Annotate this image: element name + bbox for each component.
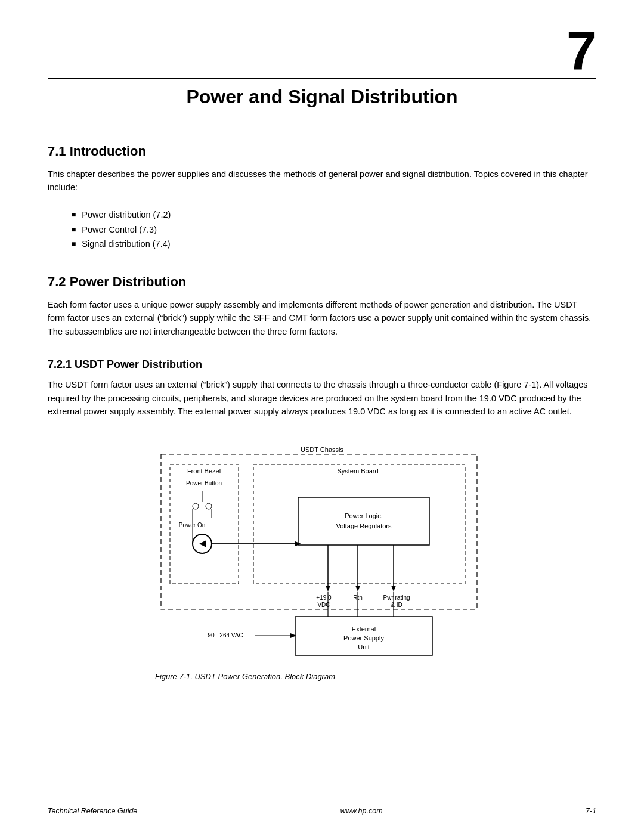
- voltage-regulators-label: Voltage Regulators: [336, 522, 392, 529]
- figure-caption: Figure 7-1. USDT Power Generation, Block…: [155, 672, 489, 681]
- power-button-label: Power Button: [186, 480, 222, 487]
- section-7-1-body: This chapter describes the power supplie…: [48, 168, 596, 194]
- footer-left: Technical Reference Guide: [48, 807, 137, 815]
- section-7-2-body: Each form factor uses a unique power sup…: [48, 298, 596, 338]
- page-footer: Technical Reference Guide www.hp.com 7-1: [48, 803, 596, 815]
- section-7-2-1-heading: 7.2.1 USDT Power Distribution: [48, 358, 596, 371]
- power-on-label: Power On: [179, 522, 205, 528]
- external-psu-label-3: Unit: [358, 643, 370, 651]
- chapter-title: Power and Signal Distribution: [48, 86, 596, 108]
- section-7-2-heading: 7.2 Power Distribution: [48, 274, 596, 290]
- pwr-rating-label: Pwr rating: [383, 594, 410, 601]
- svg-point-4: [206, 503, 212, 509]
- chapter-rule: [48, 78, 596, 79]
- vac-input-label: 90 - 264 VAC: [208, 632, 243, 639]
- svg-marker-19: [355, 586, 360, 592]
- svg-marker-21: [391, 586, 396, 592]
- section-7-1-heading: 7.1 Introduction: [48, 144, 596, 159]
- usdt-chassis-label: USDT Chassis: [301, 446, 343, 453]
- bullet-item-1: Power distribution (7.2): [72, 208, 596, 222]
- bullet-item-2: Power Control (7.3): [72, 222, 596, 237]
- external-psu-label-2: Power Supply: [343, 634, 384, 642]
- svg-marker-9: [199, 540, 206, 547]
- svg-text:& ID: & ID: [391, 602, 402, 608]
- footer-right: 7-1: [586, 807, 596, 815]
- svg-rect-12: [298, 497, 429, 545]
- bullet-item-3: Signal distribution (7.4): [72, 237, 596, 252]
- system-board-label: System Board: [337, 467, 378, 475]
- plus19vdc-label: +19.0: [316, 594, 332, 601]
- front-bezel-label: Front Bezel: [187, 467, 221, 475]
- footer-center: www.hp.com: [340, 807, 383, 815]
- power-logic-label: Power Logic,: [345, 512, 383, 519]
- block-diagram: USDT Chassis Front Bezel System Board Po…: [155, 444, 489, 666]
- svg-point-3: [193, 503, 199, 509]
- intro-bullet-list: Power distribution (7.2) Power Control (…: [72, 208, 596, 252]
- chapter-number: 7: [48, 24, 596, 78]
- external-psu-label-1: External: [352, 625, 376, 633]
- svg-marker-17: [326, 586, 330, 592]
- section-7-2-1-body: The USDT form factor uses an external (“…: [48, 378, 596, 418]
- figure-container: USDT Chassis Front Bezel System Board Po…: [155, 444, 489, 681]
